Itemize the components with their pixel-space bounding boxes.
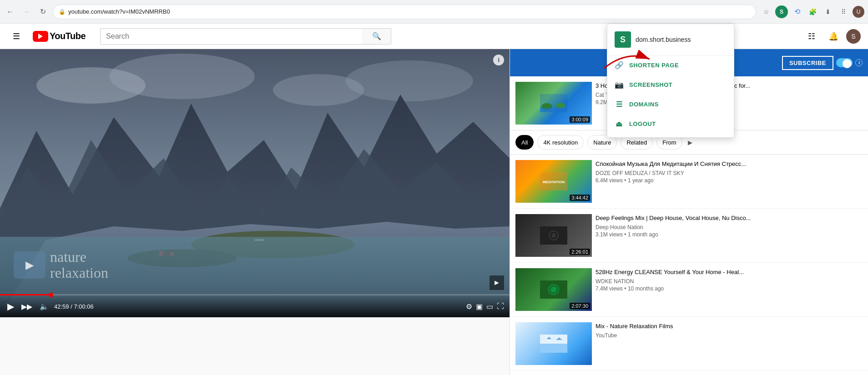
list-duration-2: 2:07:30	[570, 303, 590, 309]
browser-icons: ☆ S ⟲ 🧩 ⬇ ⠿ U	[760, 5, 864, 18]
list-item[interactable]: Mix - Nature Relaxation Films YouTube	[510, 317, 868, 371]
list-channel-0: DOZE OFF MEDUZA / STAV IT SKY	[595, 170, 863, 176]
list-duration-0: 3:44:42	[570, 195, 590, 201]
list-duration-1: 2:26:01	[570, 249, 590, 255]
list-title-2: 528Hz Energy CLEANSE Yourself & Your Hom…	[595, 268, 863, 276]
ext-icon-5[interactable]: ⠿	[837, 5, 850, 18]
list-info: 528Hz Energy CLEANSE Yourself & Your Hom…	[595, 268, 863, 311]
list-item[interactable]: 2:07:30 528Hz Energy CLEANSE Yourself & …	[510, 263, 868, 317]
watermark-text: nature relaxation	[50, 249, 108, 281]
forward-button[interactable]: →	[20, 5, 33, 18]
user-avatar[interactable]: S	[846, 29, 861, 44]
list-thumbnail: 2:26:01	[515, 214, 592, 257]
ext-menu-logout[interactable]: ⏏ LOGOUT	[607, 114, 734, 134]
list-thumb-image	[515, 322, 592, 365]
svg-rect-10	[255, 239, 264, 241]
video-list: MEDITATION 3:44:42 Спокойная Музыка Для …	[510, 155, 868, 371]
svg-point-4	[346, 60, 473, 101]
ext-icon-3[interactable]: 🧩	[806, 5, 819, 18]
svg-point-22	[551, 233, 556, 238]
list-meta-2: 7.4M views • 10 months ago	[595, 285, 863, 292]
ext-menu-screenshot[interactable]: 📷 SCREENSHOT	[607, 75, 734, 95]
miniplayer-button[interactable]: ▣	[476, 302, 483, 311]
list-info: Deep Feelings Mix | Deep House, Vocal Ho…	[595, 214, 863, 257]
featured-thumbnail: 3:00:09	[515, 82, 592, 125]
next-frame-button[interactable]: ▶▶	[20, 300, 34, 313]
video-time: 42:59 / 7:00:06	[54, 303, 94, 310]
domains-icon: ☰	[615, 100, 624, 109]
featured-duration: 3:00:09	[570, 116, 590, 123]
play-button[interactable]: ▶	[5, 299, 16, 314]
shorten-icon: 🔗	[615, 61, 624, 70]
grid-apps-button[interactable]: ☷	[802, 27, 821, 45]
bookmark-icon[interactable]: ☆	[760, 5, 772, 18]
subscribe-button[interactable]: SUBSCRIBE	[782, 56, 833, 70]
list-thumbnail: 2:07:30	[515, 268, 592, 311]
list-meta-1: 3.1M views • 1 month ago	[595, 231, 863, 238]
list-channel-1: Deep House Nation	[595, 224, 863, 230]
video-section: ℹ ▶ nature relaxation ► ▶ ▶▶ 🔈 42:59 / 7…	[0, 49, 510, 375]
svg-rect-13	[170, 252, 174, 256]
video-info-button[interactable]: ℹ	[493, 55, 504, 65]
svg-rect-11	[159, 251, 163, 256]
browser-avatar[interactable]: U	[853, 6, 864, 18]
ext-logo: S	[615, 31, 631, 48]
svg-rect-27	[540, 344, 567, 353]
mute-button[interactable]: 🔈	[38, 300, 50, 313]
next-video-button[interactable]: ►	[490, 275, 504, 290]
browser-chrome: ← → ↻ 🔒 youtube.com/watch?v=IM02vNMRRB0 …	[0, 0, 868, 24]
address-bar[interactable]: 🔒 youtube.com/watch?v=IM02vNMRRB0	[53, 5, 756, 19]
list-thumbnail	[515, 322, 592, 365]
ext-header: S dom.short.business	[607, 31, 734, 55]
list-item[interactable]: 2:26:01 Deep Feelings Mix | Deep House, …	[510, 209, 868, 263]
sidebar-toggle[interactable]	[836, 58, 853, 67]
svg-point-9	[127, 249, 237, 267]
theater-button[interactable]: ▭	[486, 302, 493, 311]
youtube-logo-icon	[33, 31, 48, 42]
notifications-button[interactable]: 🔔	[824, 27, 843, 45]
logout-icon: ⏏	[615, 120, 624, 128]
svg-rect-17	[540, 108, 567, 112]
ext-menu-shorten[interactable]: 🔗 SHORTEN PAGE	[607, 55, 734, 75]
video-controls: ▶ ▶▶ 🔈 42:59 / 7:00:06 ⚙ ▣ ▭ ⛶	[0, 295, 510, 317]
reload-button[interactable]: ↻	[36, 5, 49, 18]
hamburger-menu-button[interactable]: ☰	[7, 27, 25, 45]
youtube-header: ☰ YouTube 🔍 ☷ 🔔 S	[0, 24, 868, 49]
video-watermark: ▶ nature relaxation	[14, 249, 108, 281]
screenshot-icon: 📷	[615, 80, 624, 89]
svg-point-8	[191, 231, 355, 258]
video-player[interactable]: ℹ ▶ nature relaxation ► ▶ ▶▶ 🔈 42:59 / 7…	[0, 49, 510, 317]
list-title-0: Спокойная Музыка Для Медитации И Снятия …	[595, 160, 863, 168]
settings-button[interactable]: ⚙	[466, 302, 472, 311]
svg-text:MEDITATION: MEDITATION	[543, 180, 565, 184]
list-title-3: Mix - Nature Relaxation Films	[595, 322, 863, 330]
list-thumbnail: MEDITATION 3:44:42	[515, 160, 592, 203]
youtube-logo[interactable]: YouTube	[33, 31, 86, 42]
ext-icon-1[interactable]: S	[775, 5, 788, 18]
watermark-icon: ▶	[14, 251, 45, 279]
chip-more-button[interactable]: ▶	[686, 137, 694, 148]
main-content: ℹ ▶ nature relaxation ► ▶ ▶▶ 🔈 42:59 / 7…	[0, 49, 868, 375]
back-button[interactable]: ←	[4, 5, 16, 18]
list-channel-2: WOKE NATION	[595, 278, 863, 285]
chip-all[interactable]: All	[515, 135, 534, 150]
ext-icon-4[interactable]: ⬇	[822, 5, 834, 18]
ext-icon-2[interactable]: ⟲	[791, 5, 803, 18]
list-title-1: Deep Feelings Mix | Deep House, Vocal Ho…	[595, 214, 863, 222]
ext-menu-domains[interactable]: ☰ DOMAINS	[607, 95, 734, 114]
svg-point-25	[551, 287, 556, 292]
list-channel-3: YouTube	[595, 332, 863, 339]
fullscreen-button[interactable]: ⛶	[497, 302, 504, 310]
sidebar-ad-info[interactable]: ℹ	[855, 59, 863, 66]
ext-domain: dom.short.business	[636, 36, 691, 43]
chip-4k[interactable]: 4K resolution	[537, 135, 584, 150]
svg-rect-12	[165, 251, 168, 256]
list-item[interactable]: MEDITATION 3:44:42 Спокойная Музыка Для …	[510, 155, 868, 209]
list-meta-0: 6.4M views • 1 year ago	[595, 177, 863, 184]
svg-point-2	[109, 54, 255, 99]
search-input[interactable]	[100, 28, 362, 45]
list-info: Спокойная Музыка Для Медитации И Снятия …	[595, 160, 863, 203]
url-text: youtube.com/watch?v=IM02vNMRRB0	[68, 8, 750, 15]
search-button[interactable]: 🔍	[362, 28, 391, 45]
list-info: Mix - Nature Relaxation Films YouTube	[595, 322, 863, 365]
